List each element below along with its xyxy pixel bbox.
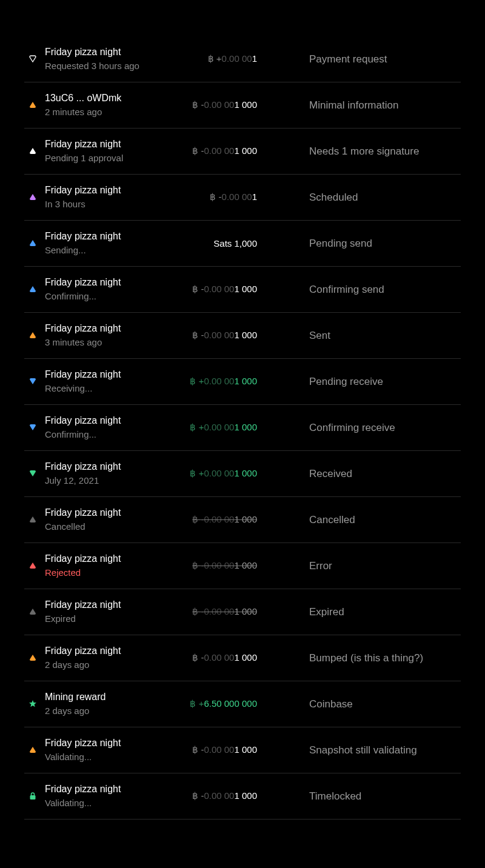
transaction-amount: ฿ -0.00 001 000 <box>154 790 257 801</box>
transaction-title: Friday pizza night <box>45 553 154 566</box>
transaction-description: Sent <box>309 330 330 342</box>
transaction-amount: ฿ -0.00 001 000 <box>154 514 257 525</box>
transaction-title: Friday pizza night <box>45 322 154 335</box>
transaction-title: Friday pizza night <box>45 369 154 381</box>
transaction-row[interactable]: Friday pizza night In 3 hours ฿ -0.00 00… <box>24 175 461 221</box>
transaction-subtitle: In 3 hours <box>45 198 154 210</box>
transaction-subtitle: 2 days ago <box>45 659 154 671</box>
triangle-up-icon <box>24 331 41 339</box>
transaction-amount: ฿ -0.00 001 000 <box>154 99 257 110</box>
transaction-amount: ฿ -0.00 001 000 <box>154 744 257 755</box>
transaction-subtitle: Cancelled <box>45 521 154 533</box>
transaction-row[interactable]: Friday pizza night Expired ฿ -0.00 001 0… <box>24 589 461 635</box>
transaction-title: Friday pizza night <box>45 645 154 658</box>
star-icon <box>24 699 41 708</box>
triangle-up-icon <box>24 101 41 109</box>
transaction-row[interactable]: Friday pizza night Rejected ฿ -0.00 001 … <box>24 543 461 589</box>
transaction-amount: ฿ -0.00 001 000 <box>154 606 257 617</box>
transaction-subtitle: Receiving... <box>45 382 154 395</box>
transaction-title: Friday pizza night <box>45 230 154 243</box>
transaction-row[interactable]: Friday pizza night Pending 1 approval ฿ … <box>24 129 461 175</box>
transaction-description: Pending send <box>309 238 372 250</box>
transaction-subtitle: Requested 3 hours ago <box>45 60 154 72</box>
transaction-row[interactable]: Friday pizza night Validating... ฿ -0.00… <box>24 773 461 820</box>
transaction-title: Friday pizza night <box>45 737 154 750</box>
transaction-row[interactable]: Friday pizza night Sending... Sats 1,000… <box>24 221 461 267</box>
lock-icon <box>24 792 41 800</box>
triangle-down-icon <box>24 469 41 478</box>
transaction-subtitle: Pending 1 approval <box>45 152 154 164</box>
transaction-title: Friday pizza night <box>45 46 154 59</box>
transaction-description: Payment request <box>309 53 387 65</box>
transaction-description: Confirming receive <box>309 422 395 434</box>
triangle-down-icon <box>24 423 41 432</box>
triangle-up-icon <box>24 285 41 293</box>
transaction-title: 13uC6 ... oWDmk <box>45 92 154 105</box>
transaction-subtitle: 2 days ago <box>45 705 154 717</box>
transaction-title: Friday pizza night <box>45 461 154 473</box>
transaction-description: Cancelled <box>309 514 355 526</box>
transaction-amount: ฿ +0.00 001 000 <box>154 422 257 433</box>
transaction-amount: ฿ +0.00 001 <box>154 53 257 64</box>
transaction-subtitle: Rejected <box>45 567 154 579</box>
triangle-up-icon <box>24 607 41 616</box>
transaction-row[interactable]: Friday pizza night Confirming... ฿ -0.00… <box>24 267 461 313</box>
svg-rect-0 <box>30 795 36 800</box>
triangle-up-icon <box>24 561 41 570</box>
transaction-description: Scheduled <box>309 192 358 204</box>
transaction-subtitle: 3 minutes ago <box>45 336 154 349</box>
transaction-subtitle: Confirming... <box>45 290 154 302</box>
triangle-up-icon <box>24 193 41 201</box>
triangle-up-icon <box>24 746 41 754</box>
transaction-row[interactable]: Friday pizza night July 12, 2021 ฿ +0.00… <box>24 451 461 497</box>
transaction-amount: ฿ -0.00 001 000 <box>154 330 257 341</box>
transaction-description: Needs 1 more signature <box>309 145 419 158</box>
transaction-amount: Sats 1,000 <box>154 238 257 249</box>
transaction-row[interactable]: Friday pizza night 2 days ago ฿ -0.00 00… <box>24 635 461 681</box>
transaction-amount: ฿ -0.00 001 <box>154 192 257 202</box>
transaction-description: Bumped (is this a thing?) <box>309 652 423 664</box>
transaction-title: Friday pizza night <box>45 184 154 197</box>
transaction-title: Friday pizza night <box>45 783 154 796</box>
transaction-subtitle: Sending... <box>45 244 154 256</box>
transaction-row[interactable]: Mining reward 2 days ago ฿ +6.50 000 000… <box>24 681 461 727</box>
transaction-description: Pending receive <box>309 376 383 388</box>
transaction-amount: ฿ +6.50 000 000 <box>154 698 257 709</box>
transaction-subtitle: July 12, 2021 <box>45 475 154 487</box>
transaction-amount: ฿ -0.00 001 000 <box>154 652 257 663</box>
transaction-description: Expired <box>309 606 344 618</box>
transaction-row[interactable]: Friday pizza night Confirming... ฿ +0.00… <box>24 405 461 451</box>
transaction-description: Confirming send <box>309 284 384 296</box>
triangle-down-outline-icon <box>24 55 41 63</box>
transaction-title: Mining reward <box>45 691 154 704</box>
transaction-title: Friday pizza night <box>45 138 154 151</box>
transaction-title: Friday pizza night <box>45 599 154 612</box>
transaction-title: Friday pizza night <box>45 415 154 427</box>
transaction-title: Friday pizza night <box>45 276 154 289</box>
transaction-row[interactable]: Friday pizza night Requested 3 hours ago… <box>24 36 461 82</box>
transaction-subtitle: Confirming... <box>45 429 154 441</box>
triangle-up-icon <box>24 147 41 155</box>
transaction-description: Timelocked <box>309 790 361 803</box>
transaction-amount: ฿ +0.00 001 000 <box>154 468 257 479</box>
triangle-down-icon <box>24 377 41 386</box>
transaction-row[interactable]: Friday pizza night Cancelled ฿ -0.00 001… <box>24 497 461 543</box>
transaction-title: Friday pizza night <box>45 507 154 519</box>
transaction-description: Coinbase <box>309 698 353 710</box>
transaction-description: Error <box>309 560 332 572</box>
transaction-description: Received <box>309 468 352 480</box>
transaction-amount: ฿ -0.00 001 000 <box>154 284 257 295</box>
transaction-row[interactable]: Friday pizza night Receiving... ฿ +0.00 … <box>24 359 461 405</box>
transaction-amount: ฿ -0.00 001 000 <box>154 145 257 156</box>
transaction-description: Minimal information <box>309 99 398 112</box>
transaction-subtitle: Validating... <box>45 751 154 763</box>
transaction-list: Friday pizza night Requested 3 hours ago… <box>24 36 461 820</box>
triangle-up-icon <box>24 653 41 662</box>
transaction-row[interactable]: Friday pizza night Validating... ฿ -0.00… <box>24 727 461 773</box>
transaction-row[interactable]: 13uC6 ... oWDmk 2 minutes ago ฿ -0.00 00… <box>24 82 461 129</box>
transaction-row[interactable]: Friday pizza night 3 minutes ago ฿ -0.00… <box>24 313 461 359</box>
triangle-up-icon <box>24 515 41 524</box>
transaction-amount: ฿ +0.00 001 000 <box>154 376 257 387</box>
transaction-subtitle: Expired <box>45 613 154 625</box>
triangle-up-icon <box>24 239 41 247</box>
